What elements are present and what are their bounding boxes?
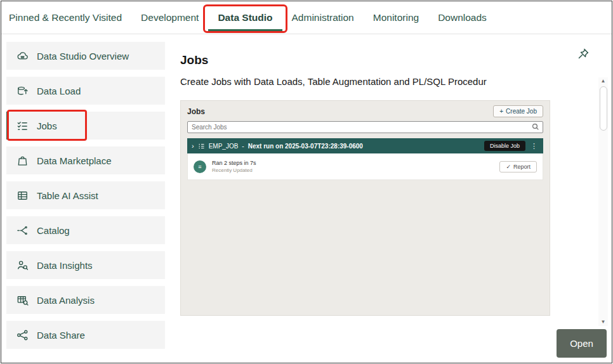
- sidebar-item-label: Data Insights: [37, 260, 93, 271]
- page-title: Jobs: [180, 53, 612, 67]
- create-job-button: +Create Job: [493, 105, 543, 117]
- job-detail-row: ≡ Ran 2 steps in 7s Recently Updated ✓Re…: [187, 153, 543, 180]
- job-header-bar: › EMP_JOB - Next run on 2025-03-07T23:28…: [187, 138, 543, 153]
- sidebar-item-label: Catalog: [37, 225, 70, 236]
- check-icon: ✓: [506, 164, 511, 170]
- sidebar-item-label: Jobs: [37, 120, 57, 131]
- job-next-run: Next run on 2025-03-07T23:28:39-0600: [248, 143, 363, 150]
- scrollbar-thumb[interactable]: [600, 86, 607, 131]
- sidebar-item-label: Table AI Assist: [37, 190, 98, 201]
- sidebar-item-catalog[interactable]: Catalog: [6, 216, 165, 244]
- sidebar-item-data-share[interactable]: Data Share: [6, 321, 165, 349]
- search-jobs-input: [187, 121, 543, 133]
- share-nodes-icon: [15, 328, 29, 342]
- main-panel: Jobs Create Jobs with Data Loads, Table …: [168, 34, 612, 363]
- preview-header: Jobs +Create Job: [181, 101, 550, 120]
- kebab-menu-icon: ⋮: [529, 142, 539, 150]
- data-load-icon: [15, 84, 29, 98]
- sidebar: Data Studio Overview Data Load Jobs: [1, 34, 168, 363]
- chevron-right-icon: ›: [192, 143, 194, 150]
- shopping-bag-icon: [15, 153, 29, 167]
- sidebar-item-label: Data Marketplace: [37, 155, 112, 166]
- create-job-label: Create Job: [506, 108, 537, 115]
- report-button: ✓Report: [499, 161, 537, 172]
- sidebar-item-data-analysis[interactable]: Data Analysis: [6, 286, 165, 314]
- plus-icon: +: [499, 108, 503, 115]
- job-name-separator: -: [242, 143, 244, 150]
- sidebar-item-jobs[interactable]: Jobs: [6, 112, 165, 140]
- sidebar-item-data-marketplace[interactable]: Data Marketplace: [6, 146, 165, 174]
- job-name: EMP_JOB: [209, 143, 239, 150]
- sidebar-item-label: Data Analysis: [37, 295, 95, 306]
- job-avatar: ≡: [194, 160, 206, 173]
- tab-downloads[interactable]: Downloads: [428, 12, 496, 23]
- cloud-database-icon: [15, 49, 29, 63]
- tab-data-studio[interactable]: Data Studio: [208, 12, 282, 23]
- scroll-down-arrow-icon[interactable]: ▼: [601, 319, 606, 325]
- jobs-preview-card[interactable]: Jobs +Create Job › EMP_JOB - Next run on…: [180, 100, 550, 316]
- person-search-icon: [15, 258, 29, 272]
- job-status-lines: Ran 2 steps in 7s Recently Updated: [212, 160, 256, 173]
- disable-job-button: Disable Job: [484, 141, 525, 151]
- job-status-text: Ran 2 steps in 7s: [212, 160, 256, 166]
- top-navigation: Pinned & Recently Visited Development Da…: [1, 1, 612, 34]
- scroll-up-arrow-icon[interactable]: ▲: [601, 78, 606, 84]
- vertical-scrollbar: ▲ ▼: [598, 77, 608, 326]
- app-window: Pinned & Recently Visited Development Da…: [1, 1, 612, 363]
- preview-search: [187, 120, 543, 133]
- tab-administration[interactable]: Administration: [282, 12, 364, 23]
- sidebar-item-data-load[interactable]: Data Load: [6, 77, 165, 105]
- table-search-icon: [15, 293, 29, 307]
- tab-pinned-recently-visited[interactable]: Pinned & Recently Visited: [9, 12, 131, 23]
- catalog-branch-icon: [15, 223, 29, 237]
- sidebar-item-label: Data Share: [37, 330, 85, 341]
- sidebar-item-label: Data Load: [37, 86, 81, 96]
- report-label: Report: [513, 164, 531, 170]
- pin-icon[interactable]: [576, 47, 591, 62]
- open-button[interactable]: Open: [557, 329, 607, 358]
- content-row: Data Studio Overview Data Load Jobs: [1, 34, 612, 363]
- tab-monitoring[interactable]: Monitoring: [364, 12, 428, 23]
- search-icon: [532, 123, 539, 131]
- job-list-icon: [198, 143, 205, 150]
- tab-development[interactable]: Development: [131, 12, 208, 23]
- page-description: Create Jobs with Data Loads, Table Augme…: [180, 76, 612, 87]
- jobs-checklist-icon: [15, 119, 29, 133]
- sidebar-item-data-insights[interactable]: Data Insights: [6, 251, 165, 279]
- job-updated-text: Recently Updated: [212, 167, 256, 173]
- sidebar-item-label: Data Studio Overview: [37, 51, 129, 62]
- preview-title: Jobs: [187, 107, 205, 116]
- sidebar-item-data-studio-overview[interactable]: Data Studio Overview: [6, 42, 165, 70]
- table-grid-icon: [15, 188, 29, 202]
- sidebar-item-table-ai-assist[interactable]: Table AI Assist: [6, 181, 165, 209]
